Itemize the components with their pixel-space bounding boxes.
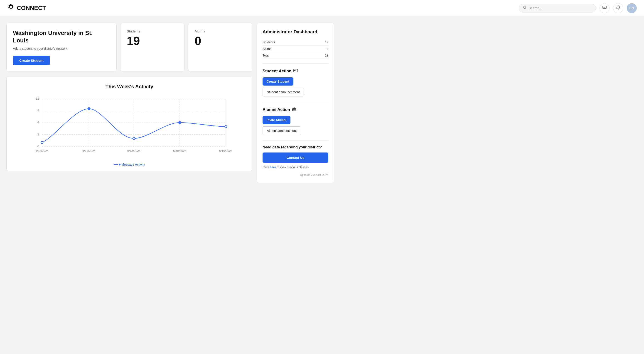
- alumni-value: 0: [195, 35, 246, 47]
- sidebar-alumni-value: 0: [326, 47, 328, 50]
- admin-sidebar: Administrator Dashboard Students 19 Alum…: [257, 23, 334, 183]
- divider-1: [262, 63, 328, 64]
- alumni-action-header: Alumni Action: [262, 107, 328, 113]
- sidebar-create-student-button[interactable]: Create Student: [262, 78, 294, 86]
- svg-point-23: [294, 70, 296, 71]
- district-question: Need data regarding your district?: [262, 145, 328, 149]
- sidebar-title: Administrator Dashboard: [262, 29, 328, 34]
- students-value: 19: [127, 35, 178, 47]
- chart-card: This Week's Activity 12 9 6 3 0: [6, 76, 252, 171]
- chart-dot: [41, 141, 43, 144]
- header: CONNECT: [0, 0, 644, 16]
- student-announcement-button[interactable]: Student announcement: [262, 88, 304, 96]
- contact-us-button[interactable]: Contact Us: [262, 152, 328, 163]
- header-right: LG: [519, 3, 637, 13]
- chart-area: 12 9 6 3 0: [13, 95, 246, 160]
- left-column: Washington University in St. Louis Add a…: [6, 23, 252, 183]
- svg-text:6/13/2024: 6/13/2024: [36, 149, 48, 152]
- students-label: Students: [127, 29, 178, 33]
- chart-dot: [133, 137, 135, 140]
- alumni-card: Alumni 0: [188, 23, 252, 72]
- logo: CONNECT: [7, 4, 46, 12]
- sidebar-stat-students: Students 19: [262, 39, 328, 46]
- chat-icon: [602, 5, 607, 11]
- click-link-text: Click here to view previous classes: [262, 166, 328, 169]
- main-content: Washington University in St. Louis Add a…: [0, 16, 340, 190]
- click-link-after: to view previous classes: [276, 166, 308, 169]
- user-avatar[interactable]: LG: [627, 3, 637, 13]
- here-link[interactable]: here: [270, 166, 276, 169]
- search-input[interactable]: [528, 6, 592, 10]
- divider-3: [262, 140, 328, 141]
- logo-text: CONNECT: [17, 4, 46, 12]
- sidebar-total-label: Total: [262, 54, 269, 57]
- alumni-label: Alumni: [195, 29, 246, 33]
- svg-text:0: 0: [38, 144, 39, 148]
- sidebar-students-label: Students: [262, 40, 275, 44]
- svg-text:6: 6: [38, 121, 39, 124]
- line-chart-svg: 12 9 6 3 0: [13, 95, 246, 158]
- briefcase-icon: [292, 107, 297, 113]
- student-action-header: Student Action: [262, 68, 328, 74]
- create-student-button[interactable]: Create Student: [13, 56, 50, 65]
- chart-legend-label: Message Activity: [122, 163, 145, 166]
- chart-dot: [178, 122, 181, 124]
- chart-title: This Week's Activity: [13, 84, 246, 90]
- svg-text:3: 3: [38, 133, 39, 136]
- svg-text:6/15/2024: 6/15/2024: [127, 149, 140, 152]
- svg-text:12: 12: [36, 97, 39, 100]
- legend-line-icon: [114, 164, 118, 165]
- sidebar-stat-alumni: Alumni 0: [262, 46, 328, 52]
- school-name: Washington University in St. Louis: [13, 29, 110, 44]
- click-link-before: Click: [262, 166, 270, 169]
- students-card: Students 19: [120, 23, 184, 72]
- alumni-action-label: Alumni Action: [262, 107, 290, 112]
- svg-rect-22: [294, 69, 298, 72]
- gear-icon: [7, 4, 14, 12]
- school-subtitle: Add a student to your district's network: [13, 47, 110, 50]
- legend-dot-icon: [119, 164, 120, 166]
- search-bar[interactable]: [519, 4, 596, 12]
- search-icon: [523, 6, 527, 10]
- chart-dot: [88, 108, 90, 110]
- bell-icon: [616, 5, 620, 11]
- svg-text:9: 9: [38, 109, 39, 112]
- notification-button[interactable]: [613, 3, 623, 13]
- sidebar-stat-total: Total 19: [262, 52, 328, 59]
- svg-text:6/14/2024: 6/14/2024: [82, 149, 96, 152]
- invite-alumni-button[interactable]: Invite Alumni: [262, 116, 290, 124]
- updated-text: Updated June 19, 2024: [262, 173, 328, 176]
- alumni-action-buttons: Invite Alumni Alumni announcment: [262, 116, 328, 135]
- alumni-announcement-button[interactable]: Alumni announcment: [262, 126, 301, 135]
- student-action-buttons: Create Student Student announcement: [262, 78, 328, 96]
- top-cards-row: Washington University in St. Louis Add a…: [6, 23, 252, 72]
- chart-dot: [225, 126, 227, 128]
- svg-text:6/19/2024: 6/19/2024: [219, 149, 232, 152]
- chart-legend: Message Activity: [13, 163, 246, 166]
- school-card: Washington University in St. Louis Add a…: [6, 23, 117, 72]
- student-action-label: Student Action: [262, 69, 291, 74]
- svg-rect-1: [603, 6, 606, 8]
- sidebar-total-value: 19: [325, 54, 328, 57]
- sidebar-students-value: 19: [325, 40, 328, 44]
- id-card-icon: [293, 68, 298, 74]
- chat-button[interactable]: [600, 3, 610, 13]
- sidebar-alumni-label: Alumni: [262, 47, 272, 50]
- svg-text:6/18/2024: 6/18/2024: [173, 149, 186, 152]
